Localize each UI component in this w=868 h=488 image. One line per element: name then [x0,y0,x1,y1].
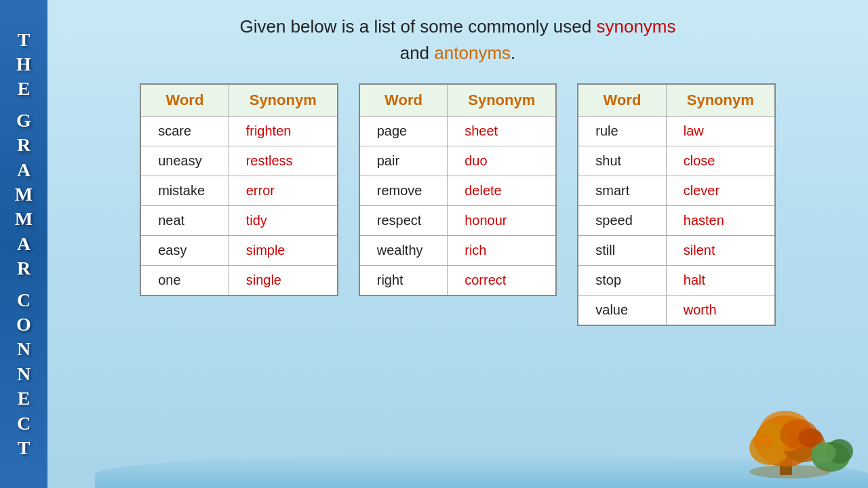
word-cell: uneasy [140,146,229,176]
sidebar-letter-a1: A [17,158,31,182]
svg-point-12 [749,465,831,479]
word-cell: page [359,117,448,146]
synonym-cell: correct [448,266,557,296]
table-row: page sheet [359,117,557,146]
svg-point-11 [812,443,836,463]
table-row: respect honour [359,206,557,236]
table-3: Word Synonym rule lawshut closesmart cle… [577,83,776,326]
sidebar-letter-c2: C [17,411,31,436]
table1-word-header: Word [140,84,229,117]
sidebar-letter-m1: M [15,182,33,207]
table-2: Word Synonym page sheetpair duoremove de… [359,83,557,296]
sidebar-letter-m2: M [15,207,33,231]
table-1: Word Synonym scare frightenuneasy restle… [140,83,338,296]
synonym-cell: law [666,117,775,146]
synonym-cell: close [666,146,775,176]
sidebar-letter-h: H [16,52,31,77]
word-cell: pair [359,146,448,176]
sidebar-letter-c: C [17,288,31,312]
intro-line2-prefix: and [400,43,435,63]
table-row: value worth [578,296,775,326]
word-cell: neat [140,206,229,236]
synonym-cell: frighten [229,117,338,146]
synonym-cell: halt [666,266,775,296]
table3-word-header: Word [578,84,666,117]
word-cell: still [578,236,666,266]
table-row: wealthy rich [359,236,557,266]
word-cell: right [359,266,448,296]
word-cell: smart [578,176,666,206]
synonym-cell: clever [666,176,775,206]
synonym-cell: hasten [666,206,775,236]
table-row: one single [140,266,338,296]
table-row: still silent [578,236,775,266]
table2-word-header: Word [359,84,448,117]
word-cell: remove [359,176,448,206]
sidebar-letter-o: O [16,312,31,337]
synonym-cell: tidy [229,206,338,236]
table3-synonym-header: Synonym [666,84,775,117]
word-cell: speed [578,206,666,236]
antonyms-word: antonyms [434,43,511,63]
tables-container: Word Synonym scare frightenuneasy restle… [68,83,848,326]
table-row: neat tidy [140,206,338,236]
table2-synonym-header: Synonym [448,84,557,117]
word-cell: easy [140,236,229,266]
synonym-cell: restless [229,146,338,176]
word-cell: wealthy [359,236,448,266]
table-row: speed hasten [578,206,775,236]
table-row: mistake error [140,176,338,206]
synonym-cell: duo [448,146,557,176]
sidebar-letter-a2: A [17,232,31,256]
intro-period: . [511,43,515,63]
word-cell: respect [359,206,448,236]
tree-decoration [726,404,854,481]
synonym-cell: sheet [448,117,557,146]
synonym-cell: rich [448,236,557,266]
table-row: right correct [359,266,557,296]
table-row: rule law [578,117,775,146]
synonyms-word: synonyms [596,16,675,37]
sidebar-letter-r2: R [17,256,31,281]
synonym-cell: single [229,266,338,296]
word-cell: shut [578,146,666,176]
main-content: Given below is a list of some commonly u… [47,0,868,488]
synonym-cell: worth [666,296,775,326]
svg-point-7 [753,433,773,449]
table-row: shut close [578,146,775,176]
word-cell: stop [578,266,666,296]
sidebar-letter-e2: E [18,386,31,411]
synonym-cell: simple [229,236,338,266]
sidebar-letter-t2: T [18,436,31,460]
table-row: smart clever [578,176,775,206]
word-cell: value [578,296,666,326]
synonym-cell: silent [666,236,775,266]
sidebar-letter-n2: N [17,362,31,386]
table-row: uneasy restless [140,146,338,176]
sidebar-letter-r: R [17,133,31,157]
word-cell: mistake [140,176,229,206]
sidebar-letter-g: G [16,108,31,133]
synonym-cell: error [229,176,338,206]
word-cell: scare [140,117,229,146]
table-row: stop halt [578,266,775,296]
word-cell: rule [578,117,666,146]
word-cell: one [140,266,229,296]
table-row: pair duo [359,146,557,176]
intro-text: Given below is a list of some commonly u… [68,14,848,66]
sidebar-letter-t: T [18,28,31,52]
sidebar-letter-e1: E [18,77,31,101]
table-row: easy simple [140,236,338,266]
intro-line1-prefix: Given below is a list of some commonly u… [239,16,596,37]
synonym-cell: honour [448,206,557,236]
table-row: scare frighten [140,117,338,146]
synonym-cell: delete [448,176,557,206]
sidebar-letter-n1: N [17,337,31,361]
table1-synonym-header: Synonym [229,84,338,117]
left-sidebar: T H E G R A M M A R C O N N E C T [0,0,47,488]
table-row: remove delete [359,176,557,206]
